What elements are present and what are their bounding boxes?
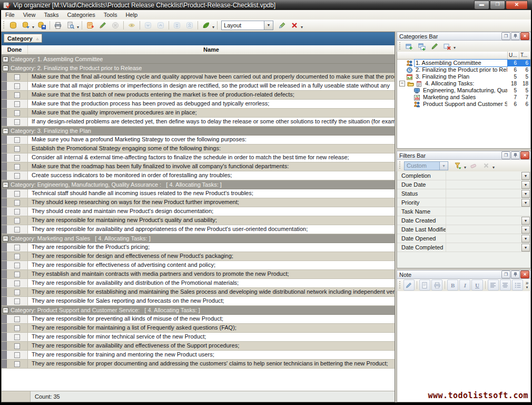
task-row[interactable]: Make sure that the first batch of new pr…: [2, 91, 395, 100]
category-label[interactable]: Marketing and Sales: [422, 94, 507, 101]
categories-toolbar-overflow[interactable]: ▾: [454, 45, 456, 50]
align-left-button[interactable]: [488, 279, 499, 291]
apply-layout-button[interactable]: [275, 20, 288, 31]
task-row[interactable]: Establish the Promotional Strategy engag…: [2, 144, 395, 153]
task-row[interactable]: They are responsible for preventing all …: [2, 315, 395, 324]
task-done-checkbox[interactable]: [14, 191, 20, 197]
move-to-bottom-button[interactable]: [171, 20, 183, 31]
task-name[interactable]: They are responsible for proper document…: [28, 360, 395, 368]
row-selector[interactable]: [2, 216, 7, 225]
filter-value-field[interactable]: [446, 243, 521, 252]
column-header-done[interactable]: Done: [2, 45, 28, 54]
layout-overflow-caret[interactable]: ▾: [301, 25, 303, 30]
task-done-checkbox[interactable]: [14, 74, 20, 80]
menu-tasks[interactable]: Tasks: [40, 11, 63, 19]
row-selector[interactable]: [2, 261, 7, 269]
task-row[interactable]: Make sure that the quality improvement p…: [2, 109, 395, 118]
task-row[interactable]: They are responsible for establishing an…: [2, 288, 395, 297]
filter-dropdown-button[interactable]: ▼: [521, 217, 530, 225]
task-done-checkbox[interactable]: [14, 146, 20, 152]
filter-dropdown-caret[interactable]: ▾: [464, 165, 466, 170]
task-name[interactable]: They are responsible for availability an…: [28, 342, 395, 350]
task-row[interactable]: If any design-related problems are detec…: [2, 118, 395, 127]
task-row[interactable]: Technical staff should handle all incomi…: [2, 189, 395, 198]
row-selector[interactable]: [2, 342, 7, 350]
filter-value-field[interactable]: [446, 198, 521, 207]
categories-toolbar-grip[interactable]: [399, 42, 401, 51]
open-dropdown-caret[interactable]: ▾: [32, 25, 34, 30]
bold-button[interactable]: B: [447, 279, 458, 291]
task-name[interactable]: They establish and maintain contracts wi…: [28, 270, 395, 278]
group-by-bar[interactable]: Category ▵: [2, 32, 395, 45]
category-tree-item[interactable]: 1. Assembling Committee 6 6: [397, 60, 530, 66]
category-group-row[interactable]: − Category: Marketing and Sales [ 4. All…: [2, 234, 395, 243]
row-selector[interactable]: [2, 243, 7, 252]
task-done-checkbox[interactable]: [14, 325, 20, 331]
column-header-uncompleted[interactable]: U...: [507, 52, 519, 59]
category-group-row[interactable]: − Category: Product Support and Customer…: [2, 306, 395, 315]
task-row[interactable]: They are responsible for training and me…: [2, 351, 395, 360]
task-row[interactable]: They should keep researching on ways for…: [2, 198, 395, 207]
page-setup-button[interactable]: [419, 279, 430, 291]
category-tree-item[interactable]: 2. Finalizing the Product prior to Relea…: [397, 66, 530, 73]
new-database-button[interactable]: [7, 20, 19, 31]
task-name[interactable]: They are responsible for maintaining new…: [28, 216, 395, 225]
task-name[interactable]: They are responsible for Sales reporting…: [28, 297, 395, 305]
task-row[interactable]: Make sure you have a profound Marketing …: [2, 136, 395, 144]
task-row[interactable]: Make sure that the final all-round testi…: [2, 73, 395, 82]
task-name[interactable]: Make sure you have a profound Marketing …: [28, 136, 395, 144]
row-selector[interactable]: [2, 324, 7, 332]
task-done-checkbox[interactable]: [14, 254, 20, 259]
task-name[interactable]: Establish the Promotional Strategy engag…: [28, 144, 395, 153]
minimize-button[interactable]: ▬: [474, 1, 489, 9]
task-done-checkbox[interactable]: [14, 343, 20, 349]
task-row[interactable]: They are responsible for effectiveness o…: [2, 261, 395, 270]
row-selector[interactable]: [2, 153, 7, 162]
edit-category-button[interactable]: [428, 41, 441, 52]
task-name[interactable]: Make sure that the roadmap has been full…: [28, 162, 395, 171]
task-done-checkbox[interactable]: [14, 316, 20, 322]
underline-button[interactable]: U: [471, 279, 482, 291]
collapse-icon[interactable]: −: [3, 236, 8, 242]
category-label[interactable]: 2. Finalizing the Product prior to Relea…: [415, 66, 507, 73]
filter-dropdown-button[interactable]: ▼: [521, 226, 530, 234]
task-done-checkbox[interactable]: [14, 209, 20, 215]
task-name[interactable]: They are responsible for preventing all …: [28, 315, 395, 323]
category-label[interactable]: Engineering, Manufacturing, Quality Assu…: [422, 87, 507, 94]
task-row[interactable]: Make sure that the roadmap has been full…: [2, 162, 395, 171]
toolbar-grip[interactable]: [3, 21, 5, 30]
task-name[interactable]: Technical staff should handle all incomi…: [28, 189, 395, 198]
print-button[interactable]: [52, 20, 64, 31]
note-editor[interactable]: www.todolistsoft.com: [397, 291, 531, 402]
filters-toolbar-grip[interactable]: [399, 161, 401, 170]
delete-layout-button[interactable]: [288, 20, 301, 31]
task-name[interactable]: Create success indicators to be monitore…: [28, 171, 395, 180]
note-close-icon[interactable]: ✕: [520, 271, 529, 278]
task-done-checkbox[interactable]: [14, 119, 20, 125]
filter-preset-value[interactable]: Custom: [404, 161, 440, 170]
move-down-button[interactable]: [142, 20, 154, 31]
filter-value-field[interactable]: [446, 180, 521, 189]
edit-task-button[interactable]: [96, 20, 109, 31]
filter-dropdown-button[interactable]: ▼: [521, 172, 530, 180]
task-done-checkbox[interactable]: [14, 361, 20, 367]
task-row[interactable]: They are responsible for availability an…: [2, 342, 395, 351]
task-done-checkbox[interactable]: [14, 155, 20, 161]
task-name[interactable]: They are responsible for design and effe…: [28, 252, 395, 261]
filters-autohide-icon[interactable]: ❐: [501, 151, 510, 159]
group-by-category-button[interactable]: Category ▵: [4, 34, 42, 43]
category-tree-item[interactable]: Engineering, Manufacturing, Quality Assu…: [397, 87, 530, 94]
task-name[interactable]: They are responsible for training and me…: [28, 351, 395, 359]
task-row[interactable]: They are responsible for design and effe…: [2, 252, 395, 261]
task-row[interactable]: They are responsible for maintaining new…: [2, 216, 395, 225]
category-label[interactable]: 1. Assembling Committee: [415, 60, 507, 66]
row-selector[interactable]: [2, 333, 7, 341]
align-center-button[interactable]: [500, 279, 511, 291]
filter-preset-combobox[interactable]: Custom ▼: [404, 161, 448, 170]
category-tree-item[interactable]: 3. Finalizing the Plan 5 5: [397, 73, 530, 80]
categories-close-icon[interactable]: ✕: [520, 32, 529, 40]
task-name[interactable]: They should create and maintain new Prod…: [28, 207, 395, 216]
task-row[interactable]: Consider all internal & external time-af…: [2, 153, 395, 162]
task-row[interactable]: Make sure that all major problems or imp…: [2, 82, 395, 91]
category-label[interactable]: Product Support and Customer Service:: [422, 101, 507, 108]
